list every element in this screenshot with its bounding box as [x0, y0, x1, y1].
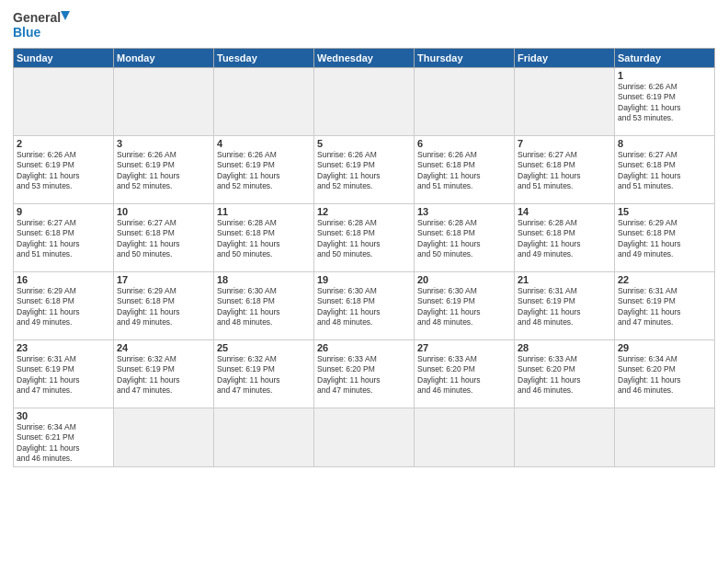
day-number: 18 [217, 274, 311, 285]
day-cell: 12Sunrise: 6:28 AMSunset: 6:18 PMDayligh… [314, 204, 415, 272]
day-info: Sunrise: 6:29 AMSunset: 6:18 PMDaylight:… [17, 286, 110, 328]
day-info: Sunrise: 6:28 AMSunset: 6:18 PMDaylight:… [217, 218, 311, 260]
day-cell [214, 408, 314, 467]
day-cell: 15Sunrise: 6:29 AMSunset: 6:18 PMDayligh… [615, 204, 715, 272]
day-number: 21 [518, 274, 611, 285]
day-number: 19 [317, 274, 411, 285]
day-number: 28 [518, 342, 611, 353]
day-info: Sunrise: 6:33 AMSunset: 6:20 PMDaylight:… [417, 354, 511, 396]
day-cell: 30Sunrise: 6:34 AMSunset: 6:21 PMDayligh… [14, 408, 114, 467]
day-info: Sunrise: 6:29 AMSunset: 6:18 PMDaylight:… [618, 218, 711, 260]
day-cell: 29Sunrise: 6:34 AMSunset: 6:20 PMDayligh… [615, 340, 715, 408]
day-number: 20 [417, 274, 511, 285]
day-cell: 17Sunrise: 6:29 AMSunset: 6:18 PMDayligh… [114, 272, 214, 340]
day-info: Sunrise: 6:34 AMSunset: 6:21 PMDaylight:… [17, 422, 110, 465]
day-cell: 5Sunrise: 6:26 AMSunset: 6:19 PMDaylight… [314, 136, 415, 204]
day-cell [515, 408, 615, 467]
day-cell: 9Sunrise: 6:27 AMSunset: 6:18 PMDaylight… [14, 204, 114, 272]
day-cell: 11Sunrise: 6:28 AMSunset: 6:18 PMDayligh… [214, 204, 314, 272]
day-number: 17 [117, 274, 210, 285]
day-number: 25 [217, 342, 311, 353]
week-row-3: 9Sunrise: 6:27 AMSunset: 6:18 PMDaylight… [14, 204, 715, 272]
week-row-6: 30Sunrise: 6:34 AMSunset: 6:21 PMDayligh… [14, 408, 715, 467]
day-cell: 20Sunrise: 6:30 AMSunset: 6:19 PMDayligh… [415, 272, 515, 340]
day-cell [114, 408, 214, 467]
day-info: Sunrise: 6:28 AMSunset: 6:18 PMDaylight:… [417, 218, 511, 260]
day-cell: 21Sunrise: 6:31 AMSunset: 6:19 PMDayligh… [515, 272, 615, 340]
day-number: 2 [17, 138, 110, 149]
day-number: 26 [317, 342, 411, 353]
day-number: 10 [117, 206, 210, 217]
day-info: Sunrise: 6:33 AMSunset: 6:20 PMDaylight:… [317, 354, 411, 396]
day-cell: 25Sunrise: 6:32 AMSunset: 6:19 PMDayligh… [214, 340, 314, 408]
weekday-header-friday: Friday [515, 49, 615, 68]
day-info: Sunrise: 6:27 AMSunset: 6:18 PMDaylight:… [117, 218, 210, 260]
day-info: Sunrise: 6:26 AMSunset: 6:19 PMDaylight:… [117, 150, 210, 192]
day-info: Sunrise: 6:31 AMSunset: 6:19 PMDaylight:… [518, 286, 611, 328]
day-number: 6 [417, 138, 511, 149]
day-cell: 22Sunrise: 6:31 AMSunset: 6:19 PMDayligh… [615, 272, 715, 340]
week-row-5: 23Sunrise: 6:31 AMSunset: 6:19 PMDayligh… [14, 340, 715, 408]
day-info: Sunrise: 6:26 AMSunset: 6:19 PMDaylight:… [618, 82, 711, 124]
logo-svg: General Blue [13, 9, 70, 42]
day-info: Sunrise: 6:34 AMSunset: 6:20 PMDaylight:… [618, 354, 711, 396]
day-info: Sunrise: 6:26 AMSunset: 6:19 PMDaylight:… [217, 150, 311, 192]
day-cell [114, 68, 214, 136]
day-cell: 16Sunrise: 6:29 AMSunset: 6:18 PMDayligh… [14, 272, 114, 340]
weekday-header-thursday: Thursday [415, 49, 515, 68]
calendar: SundayMondayTuesdayWednesdayThursdayFrid… [13, 48, 715, 467]
day-number: 1 [618, 70, 711, 81]
svg-text:General: General [13, 10, 61, 25]
day-cell [415, 68, 515, 136]
day-number: 24 [117, 342, 210, 353]
day-info: Sunrise: 6:28 AMSunset: 6:18 PMDaylight:… [518, 218, 611, 260]
day-cell [615, 408, 715, 467]
day-number: 4 [217, 138, 311, 149]
day-info: Sunrise: 6:26 AMSunset: 6:18 PMDaylight:… [417, 150, 511, 192]
day-info: Sunrise: 6:32 AMSunset: 6:19 PMDaylight:… [217, 354, 311, 396]
day-cell [515, 68, 615, 136]
day-cell: 1Sunrise: 6:26 AMSunset: 6:19 PMDaylight… [615, 68, 715, 136]
page: General Blue SundayMondayTuesdayWednesda… [0, 0, 728, 563]
day-cell: 28Sunrise: 6:33 AMSunset: 6:20 PMDayligh… [515, 340, 615, 408]
day-cell: 18Sunrise: 6:30 AMSunset: 6:18 PMDayligh… [214, 272, 314, 340]
day-number: 7 [518, 138, 611, 149]
day-info: Sunrise: 6:30 AMSunset: 6:18 PMDaylight:… [217, 286, 311, 328]
day-number: 14 [518, 206, 611, 217]
day-info: Sunrise: 6:28 AMSunset: 6:18 PMDaylight:… [317, 218, 411, 260]
header: General Blue [13, 9, 715, 42]
day-number: 30 [17, 410, 110, 421]
day-number: 29 [618, 342, 711, 353]
day-cell: 10Sunrise: 6:27 AMSunset: 6:18 PMDayligh… [114, 204, 214, 272]
day-info: Sunrise: 6:26 AMSunset: 6:19 PMDaylight:… [17, 150, 110, 192]
day-info: Sunrise: 6:30 AMSunset: 6:19 PMDaylight:… [417, 286, 511, 328]
day-info: Sunrise: 6:27 AMSunset: 6:18 PMDaylight:… [17, 218, 110, 260]
day-cell: 23Sunrise: 6:31 AMSunset: 6:19 PMDayligh… [14, 340, 114, 408]
day-cell: 6Sunrise: 6:26 AMSunset: 6:18 PMDaylight… [415, 136, 515, 204]
day-info: Sunrise: 6:30 AMSunset: 6:18 PMDaylight:… [317, 286, 411, 328]
day-cell: 27Sunrise: 6:33 AMSunset: 6:20 PMDayligh… [415, 340, 515, 408]
day-cell: 19Sunrise: 6:30 AMSunset: 6:18 PMDayligh… [314, 272, 415, 340]
day-info: Sunrise: 6:29 AMSunset: 6:18 PMDaylight:… [117, 286, 210, 328]
day-cell: 13Sunrise: 6:28 AMSunset: 6:18 PMDayligh… [415, 204, 515, 272]
day-info: Sunrise: 6:27 AMSunset: 6:18 PMDaylight:… [518, 150, 611, 192]
day-cell: 7Sunrise: 6:27 AMSunset: 6:18 PMDaylight… [515, 136, 615, 204]
day-cell: 3Sunrise: 6:26 AMSunset: 6:19 PMDaylight… [114, 136, 214, 204]
logo: General Blue [13, 9, 70, 42]
day-number: 27 [417, 342, 511, 353]
svg-marker-2 [61, 11, 70, 20]
day-info: Sunrise: 6:26 AMSunset: 6:19 PMDaylight:… [317, 150, 411, 192]
day-cell: 26Sunrise: 6:33 AMSunset: 6:20 PMDayligh… [314, 340, 415, 408]
day-number: 13 [417, 206, 511, 217]
day-number: 12 [317, 206, 411, 217]
weekday-header-saturday: Saturday [615, 49, 715, 68]
day-info: Sunrise: 6:31 AMSunset: 6:19 PMDaylight:… [17, 354, 110, 396]
day-number: 9 [17, 206, 110, 217]
weekday-header-row: SundayMondayTuesdayWednesdayThursdayFrid… [14, 49, 715, 68]
weekday-header-tuesday: Tuesday [214, 49, 314, 68]
day-number: 11 [217, 206, 311, 217]
day-info: Sunrise: 6:33 AMSunset: 6:20 PMDaylight:… [518, 354, 611, 396]
svg-text:Blue: Blue [13, 25, 41, 40]
day-cell [214, 68, 314, 136]
day-cell [314, 408, 415, 467]
